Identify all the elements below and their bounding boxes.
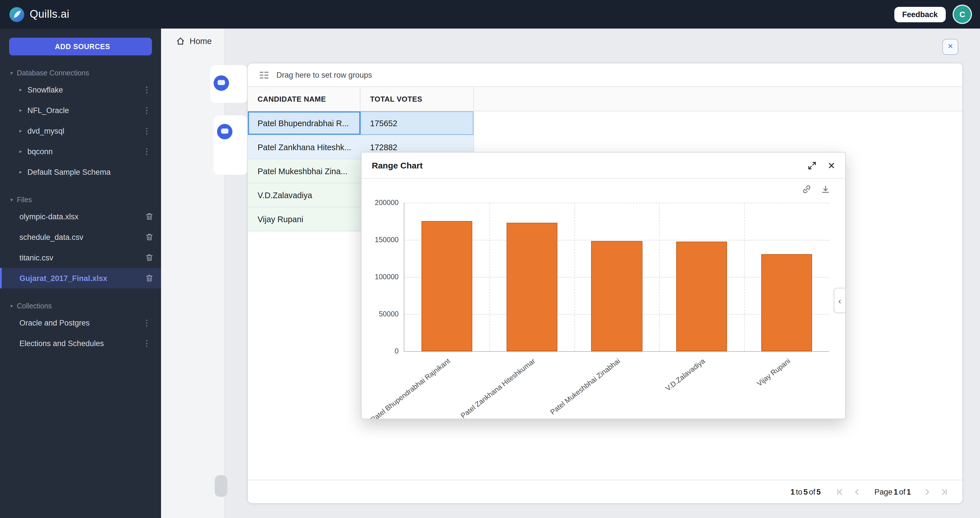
sidebar-item-schedule-data-csv[interactable]: schedule_data.csv	[0, 227, 161, 247]
feedback-button[interactable]: Feedback	[894, 6, 946, 22]
item-label: Elections and Schedules	[19, 339, 140, 348]
x-axis-tick-label: Patel Bhupendrabhai Rajnikant	[369, 357, 452, 419]
sidebar-item-gujarat-2017-final-xlsx[interactable]: Gujarat_2017_Final.xlsx	[0, 268, 161, 288]
row-groups-icon	[259, 70, 269, 79]
item-label: NFL_Oracle	[27, 106, 140, 114]
grid-header: CANDIDATE NAME TOTAL VOTES	[248, 87, 962, 111]
section-header-collections[interactable]: ▾Collections	[0, 300, 161, 312]
y-axis-tick-label: 150000	[375, 236, 399, 244]
brand: Quills.ai	[9, 6, 69, 22]
kebab-menu-icon[interactable]: ⋮	[140, 105, 153, 115]
x-axis-tick-label: V.D.Zalavadiya	[664, 357, 707, 392]
home-icon[interactable]	[176, 37, 185, 46]
cell-candidate-name[interactable]: Patel Zankhana Hiteshk...	[248, 135, 360, 159]
download-icon[interactable]	[821, 184, 830, 194]
cell-candidate-name[interactable]: Patel Bhupendrabhai R...	[248, 111, 360, 135]
dialog-title-bar[interactable]: Range Chart ×	[361, 153, 845, 179]
y-axis-tick-label: 200000	[375, 199, 399, 207]
user-avatar[interactable]: C	[954, 6, 971, 23]
kebab-menu-icon[interactable]: ⋮	[140, 318, 153, 328]
item-label: Oracle and Postgres	[19, 318, 140, 327]
v-gridline	[744, 203, 745, 351]
trash-icon[interactable]	[146, 254, 153, 262]
next-page-button[interactable]	[923, 488, 931, 496]
screen: Quills.ai Feedback C ADD SOURCES ▾Databa…	[0, 0, 980, 518]
sidebar-item-elections-and-schedules[interactable]: Elections and Schedules⋮	[0, 333, 161, 354]
app-title: Quills.ai	[30, 8, 69, 21]
kebab-menu-icon[interactable]: ⋮	[140, 338, 153, 348]
link-icon[interactable]	[802, 184, 811, 194]
cell-total-votes[interactable]: 175652	[360, 111, 474, 135]
chat-avatar-partial	[213, 75, 229, 91]
x-axis-tick-label: Patel Mukeshbhai Zinabhai	[549, 357, 622, 416]
sidebar-item-oracle-and-postgres[interactable]: Oracle and Postgres⋮	[0, 312, 161, 333]
x-axis-tick-label: Patel Zankhana Hiteshkumar	[459, 357, 536, 419]
maximize-icon[interactable]	[807, 161, 816, 170]
sidebar-item-snowflake[interactable]: ▸Snowflake⋮	[0, 79, 161, 100]
breadcrumb-home[interactable]: Home	[189, 37, 212, 46]
item-label: dvd_mysql	[27, 127, 140, 135]
section-title: Collections	[17, 302, 52, 310]
caret-right-icon: ▸	[19, 87, 27, 92]
sidebar-item-titanic-csv[interactable]: titanic.csv	[0, 247, 161, 268]
content-area: Home × Drag here to set row groups CANDI…	[161, 29, 980, 518]
sidebar-item-nfl-oracle[interactable]: ▸NFL_Oracle⋮	[0, 100, 161, 121]
pagination-bar: 1to5of5 Page1of1	[248, 480, 962, 503]
trash-icon[interactable]	[146, 274, 153, 282]
app-window: Quills.ai Feedback C ADD SOURCES ▾Databa…	[0, 0, 980, 518]
y-axis-tick-label: 0	[395, 347, 399, 355]
close-results-button[interactable]: ×	[942, 39, 958, 55]
bar-chart-plot: 050000100000150000200000Patel Bhupendrab…	[404, 203, 829, 352]
last-page-button[interactable]	[940, 488, 948, 496]
sidebar-item-default-sample-schema[interactable]: ▸Default Sample Schema	[0, 162, 161, 182]
dialog-title: Range Chart	[372, 160, 423, 170]
scroll-handle-partial[interactable]	[215, 475, 227, 497]
chart-format-panel-toggle[interactable]: ‹	[834, 288, 845, 313]
first-page-button[interactable]	[835, 488, 844, 496]
sidebar-section-collections: ▾CollectionsOracle and Postgres⋮Election…	[0, 300, 161, 354]
cell-candidate-name[interactable]: Patel Mukeshbhai Zina...	[248, 159, 360, 183]
column-header-total-votes[interactable]: TOTAL VOTES	[360, 87, 474, 111]
h-gridline	[404, 203, 829, 203]
section-header-files[interactable]: ▾Files	[0, 194, 161, 206]
sidebar-item-dvd-mysql[interactable]: ▸dvd_mysql⋮	[0, 121, 161, 141]
page-indicator: Page1of1	[873, 488, 911, 496]
sidebar-section-files: ▾Filesolympic-data.xlsxschedule_data.csv…	[0, 194, 161, 288]
bar-patel-mukeshbhai-zinabhai	[591, 241, 643, 351]
previous-page-button[interactable]	[853, 488, 861, 496]
caret-right-icon: ▸	[19, 107, 27, 113]
chat-avatar-partial	[217, 124, 232, 139]
item-label: titanic.csv	[19, 253, 146, 262]
sidebar-sections: ▾Database Connections▸Snowflake⋮▸NFL_Ora…	[0, 67, 161, 354]
kebab-menu-icon[interactable]: ⋮	[140, 126, 153, 136]
trash-icon[interactable]	[146, 233, 153, 241]
kebab-menu-icon[interactable]: ⋮	[140, 146, 153, 156]
caret-right-icon: ▸	[19, 148, 27, 154]
section-title: Files	[17, 196, 32, 204]
kebab-menu-icon[interactable]: ⋮	[140, 84, 153, 95]
item-label: olympic-data.xlsx	[19, 212, 146, 221]
trash-icon[interactable]	[146, 213, 153, 221]
column-header-candidate-name[interactable]: CANDIDATE NAME	[248, 87, 360, 111]
drag-hint-text: Drag here to set row groups	[277, 70, 372, 79]
bar-vijay-rupani	[761, 254, 812, 351]
caret-right-icon: ▸	[19, 128, 27, 133]
sidebar-item-olympic-data-xlsx[interactable]: olympic-data.xlsx	[0, 206, 161, 227]
sidebar: ADD SOURCES ▾Database Connections▸Snowfl…	[0, 29, 161, 518]
y-axis-tick-label: 50000	[379, 310, 399, 318]
section-header-database-connections[interactable]: ▾Database Connections	[0, 67, 161, 79]
bar-patel-bhupendrabhai-rajnikant	[422, 221, 473, 351]
close-dialog-icon[interactable]: ×	[828, 159, 835, 171]
section-title: Database Connections	[17, 69, 89, 77]
add-sources-button[interactable]: ADD SOURCES	[9, 38, 152, 56]
v-gridline	[574, 203, 575, 351]
quills-logo-icon	[9, 6, 25, 22]
breadcrumb: Home	[176, 37, 216, 46]
sidebar-item-bqconn[interactable]: ▸bqconn⋮	[0, 141, 161, 162]
row-group-drop-zone[interactable]: Drag here to set row groups	[248, 64, 962, 87]
top-bar: Quills.ai Feedback C	[0, 0, 980, 29]
cell-candidate-name[interactable]: V.D.Zalavadiya	[248, 183, 360, 207]
caret-right-icon: ▸	[19, 169, 27, 175]
cell-candidate-name[interactable]: Vijay Rupani	[248, 207, 360, 231]
item-label: Default Sample Schema	[27, 168, 153, 176]
